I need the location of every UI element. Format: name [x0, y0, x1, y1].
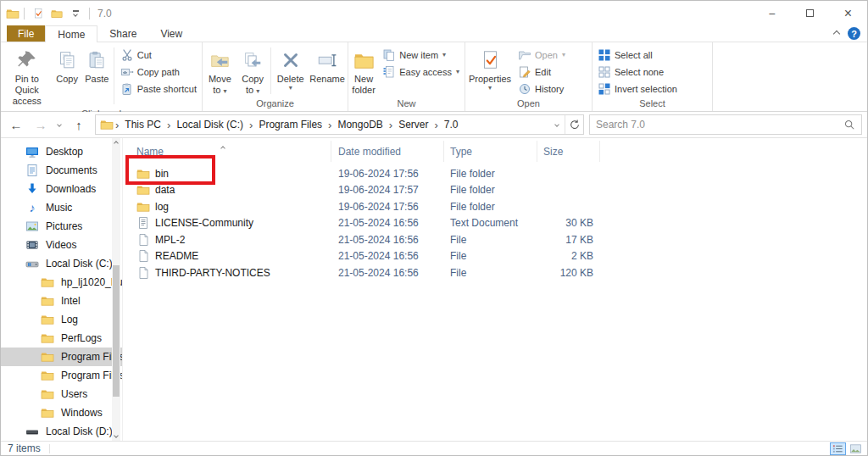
column-header-size[interactable]: Size	[537, 141, 600, 162]
address-dropdown-button[interactable]	[549, 115, 565, 134]
sidebar-item-pictures[interactable]: Pictures	[1, 217, 122, 236]
search-box[interactable]	[589, 114, 862, 135]
refresh-button[interactable]	[565, 115, 583, 134]
ribbon-group-open: Properties ▾ Open ▾ Edit Histo	[465, 42, 593, 111]
column-header-date-modified[interactable]: Date modified	[331, 141, 444, 162]
file-row-log[interactable]: log 19-06-2024 17:56 File folder	[123, 198, 867, 215]
select-none-button[interactable]: Select none	[593, 64, 682, 81]
search-input[interactable]	[590, 119, 843, 131]
sidebar-item-music[interactable]: ♪Music	[1, 198, 122, 217]
file-row-readme[interactable]: README 21-05-2024 16:56 File 2 KB	[123, 248, 867, 265]
sidebar-item-program-files[interactable]: Program Files	[1, 348, 122, 366]
sidebar-label: Downloads	[46, 183, 96, 195]
copy-to-button[interactable]: Copy to ▾	[236, 44, 270, 97]
paste-button[interactable]: Paste	[82, 44, 112, 108]
sidebar-item-local-disk-d[interactable]: Local Disk (D:)	[1, 422, 122, 441]
sidebar-item-program-files-x86[interactable]: Program Files (	[1, 366, 122, 385]
file-name: LICENSE-Community	[155, 217, 253, 229]
file-row-data[interactable]: data 19-06-2024 17:57 File folder	[123, 182, 867, 199]
qat-customize-button[interactable]	[66, 4, 85, 23]
cut-button[interactable]: Cut	[116, 47, 201, 64]
history-button[interactable]: History	[514, 81, 570, 97]
ribbon: Pin to Quick access Copy Paste Cut	[1, 42, 867, 112]
folder-icon	[41, 331, 54, 345]
tab-view[interactable]: View	[148, 25, 194, 42]
new-item-button[interactable]: New item ▾	[378, 47, 464, 64]
collapse-ribbon-icon[interactable]	[833, 30, 840, 36]
file-name: MPL-2	[155, 234, 185, 246]
sidebar-item-users[interactable]: Users	[1, 385, 122, 403]
file-row-license-community[interactable]: LICENSE-Community 21-05-2024 16:56 Text …	[123, 215, 867, 232]
edit-button[interactable]: Edit	[514, 64, 570, 81]
scroll-down-button[interactable]	[112, 431, 120, 441]
breadcrumb-segment[interactable]: ›Program Files	[248, 119, 326, 131]
sidebar-item-videos[interactable]: Videos	[1, 236, 122, 254]
tab-file[interactable]: File	[7, 25, 45, 42]
properties-icon	[479, 49, 501, 71]
thumbnails-view-button[interactable]	[848, 442, 864, 455]
copy-path-button[interactable]: Copy path	[116, 64, 201, 81]
qat-new-folder-button[interactable]	[47, 4, 66, 23]
pin-to-quick-access-button[interactable]: Pin to Quick access	[2, 44, 53, 108]
ribbon-group-new: New folder New item ▾ Easy access ▾ New	[348, 42, 465, 111]
select-all-button[interactable]: Select all	[593, 47, 682, 64]
paste-shortcut-button[interactable]: Paste shortcut	[116, 81, 201, 97]
file-row-mpl-2[interactable]: MPL-2 21-05-2024 16:56 File 17 KB	[123, 231, 867, 248]
properties-button[interactable]: Properties ▾	[466, 44, 514, 97]
folder-icon	[41, 275, 54, 289]
easy-access-button[interactable]: Easy access ▾	[378, 64, 464, 81]
invert-selection-button[interactable]: Invert selection	[593, 81, 682, 97]
scroll-up-button[interactable]	[112, 138, 120, 148]
maximize-button[interactable]	[791, 1, 829, 25]
breadcrumb-segment[interactable]: ›Server	[387, 119, 433, 131]
tab-share[interactable]: Share	[97, 25, 148, 42]
open-button[interactable]: Open ▾	[514, 47, 570, 64]
pin-label: Pin to Quick access	[4, 74, 50, 108]
titlebar[interactable]: 7.0 − ×	[1, 1, 867, 25]
edit-icon	[518, 65, 531, 79]
navigation-pane: Desktop Documents Downloads ♪Music Pictu…	[1, 138, 123, 441]
file-type: File folder	[444, 201, 537, 213]
scrollbar-thumb[interactable]	[113, 265, 120, 397]
rename-button[interactable]: Rename	[308, 44, 347, 97]
sidebar-item-documents[interactable]: Documents	[1, 161, 122, 180]
close-button[interactable]: ×	[829, 1, 867, 25]
copy-button[interactable]: Copy	[53, 44, 82, 108]
copy-to-label: Copy to	[242, 74, 264, 95]
help-button[interactable]: ?	[848, 27, 860, 40]
sidebar-item-perflogs[interactable]: PerfLogs	[1, 329, 122, 348]
crumb-label: MongoDB	[333, 119, 387, 131]
sidebar-item-windows[interactable]: Windows	[1, 403, 122, 422]
sidebar-scrollbar[interactable]	[112, 138, 120, 441]
move-to-button[interactable]: Move to ▾	[203, 44, 236, 97]
up-button[interactable]: ↑	[68, 114, 90, 135]
sidebar-item-local-disk-c[interactable]: Local Disk (C:)	[1, 254, 122, 273]
ribbon-group-organize: Move to ▾ Copy to ▾ Delete ▾ Rename Orga…	[203, 42, 348, 111]
sidebar-item-intel[interactable]: Intel	[1, 292, 122, 310]
breadcrumb-segment[interactable]: ›7.0	[433, 119, 463, 131]
column-header-type[interactable]: Type	[444, 141, 537, 162]
breadcrumb-segment[interactable]: ›This PC	[114, 119, 165, 131]
back-button[interactable]: ←	[4, 114, 28, 135]
sidebar-item-log[interactable]: Log	[1, 310, 122, 329]
recent-locations-button[interactable]	[53, 114, 65, 135]
sidebar-item-hp-folder[interactable]: hp_lj1020_Full_	[1, 273, 122, 292]
sidebar-item-downloads[interactable]: Downloads	[1, 180, 122, 198]
breadcrumb-segment[interactable]: ›Local Disk (C:)	[165, 119, 248, 131]
sidebar-item-desktop[interactable]: Desktop	[1, 142, 122, 161]
address-bar[interactable]: ›This PC ›Local Disk (C:) ›Program Files…	[95, 114, 584, 135]
dropdown-caret-icon: ▾	[488, 85, 492, 92]
details-view-button[interactable]	[830, 442, 846, 455]
forward-button[interactable]: →	[31, 114, 51, 135]
file-type: File folder	[444, 168, 537, 180]
drive-icon	[25, 425, 39, 438]
search-icon[interactable]	[843, 119, 855, 131]
new-folder-button[interactable]: New folder	[349, 44, 378, 97]
breadcrumb-segment[interactable]: ›MongoDB	[326, 119, 387, 131]
file-row-bin[interactable]: bin 19-06-2024 17:56 File folder	[123, 165, 867, 182]
qat-properties-button[interactable]	[29, 4, 47, 23]
tab-home[interactable]: Home	[45, 25, 97, 42]
minimize-button[interactable]: −	[753, 1, 791, 25]
delete-button[interactable]: Delete ▾	[273, 44, 308, 97]
file-row-third-party-notices[interactable]: THIRD-PARTY-NOTICES 21-05-2024 16:56 Fil…	[123, 264, 867, 281]
